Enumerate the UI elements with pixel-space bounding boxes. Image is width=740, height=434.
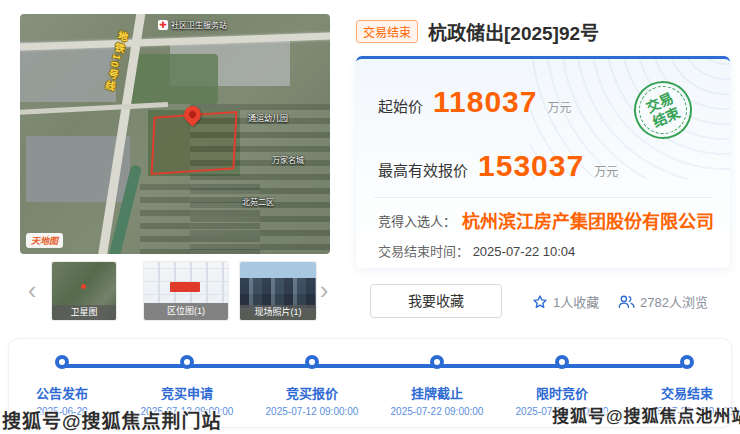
timeline-node [180,355,194,369]
viewers-icon [618,294,635,309]
page-title: 杭政储出[2025]92号 [428,18,599,45]
timeline-step-label: 交易结束 [627,383,740,402]
hospital-cross-icon: ✚ [158,20,168,30]
winner-label: 竞得入选人： [378,211,456,230]
high-price-row: 最高有效报价 153037 万元 [378,149,618,183]
listing-header: 交易结束 杭政储出[2025]92号 [356,18,599,45]
card-divider [374,197,712,198]
high-price-value: 153037 [478,149,584,183]
map-industrial-area [20,42,116,102]
timeline-step-label: 竞买报价 [252,383,372,402]
timeline-node [680,355,694,369]
favorite-button[interactable]: 我要收藏 [370,284,502,318]
image-gallery: ‹ 卫星图 区位图(1) 现场照片(1) › [8,260,342,324]
stamp-text: 交易 [644,90,676,116]
map-road [20,102,168,115]
watermark-right: 搜狐号@搜狐焦点池州站 [552,402,740,427]
gallery-prev-icon[interactable]: ‹ [22,274,42,308]
watermark-left: 搜狐号@搜狐焦点荆门站 [2,406,222,433]
stamp-text: 结束 [650,104,682,130]
timeline-step-date: 2025-07-12 09:00:00 [252,406,372,417]
hospital-label: 社区卫生服务站 [171,19,227,30]
gallery-next-icon[interactable]: › [314,274,334,308]
thumbnail-caption: 区位图(1) [144,303,228,320]
high-price-unit: 万元 [594,162,618,179]
auction-info-card: 起始价 118037 万元 交易 结束 最高有效报价 153037 万元 竞得入… [356,56,730,268]
map-label: 北苑二区 [242,196,274,207]
view-count: 2782人浏览 [640,292,708,311]
timeline-step-label: 公告发布 [2,383,122,402]
high-price-label: 最高有效报价 [378,159,468,180]
star-icon [532,294,548,310]
end-time-label: 交易结束时间： [378,244,469,259]
hospital-marker: ✚ 社区卫生服务站 [158,19,227,30]
start-price-value: 118037 [433,85,537,119]
favorite-count-group[interactable]: 1人收藏 [532,292,599,311]
timeline-step-date: 2025-07-22 09:00:00 [377,406,497,417]
timeline-node [55,355,69,369]
view-count-group: 2782人浏览 [618,292,708,311]
timeline-step-label: 竞买申请 [127,383,247,402]
thumbnail-caption: 卫星图 [52,305,116,320]
start-price-row: 起始价 118037 万元 [378,85,571,119]
action-row: 我要收藏 1人收藏 2782人浏览 [356,284,730,320]
timeline-node [430,355,444,369]
timeline-node [305,355,319,369]
thumbnail-buildings [240,278,316,308]
timeline-step-label: 限时竞价 [502,383,622,402]
end-time-row: 交易结束时间： 2025-07-22 10:04 [378,241,575,260]
thumbnail-site-photo[interactable]: 现场照片(1) [240,262,316,320]
page: 地铁10号线 ✚ 社区卫生服务站 通运幼儿园 万家名城 北苑二区 天地图 ‹ 卫… [0,0,740,434]
thumbnail-location-map[interactable]: 区位图(1) [144,262,228,320]
start-price-unit: 万元 [547,98,571,115]
thumbnail-satellite[interactable]: 卫星图 [52,262,116,320]
map-label: 万家名城 [272,154,304,165]
thumbnail-caption: 现场照片(1) [240,305,316,320]
status-badge: 交易结束 [356,20,418,43]
map-label: 通运幼儿园 [248,112,288,123]
satellite-map[interactable]: 地铁10号线 ✚ 社区卫生服务站 通运幼儿园 万家名城 北苑二区 天地图 [20,14,330,254]
map-residential-area [140,184,260,254]
timeline-step: 挂牌截止 2025-07-22 09:00:00 [377,383,497,417]
winner-name: 杭州滨江房产集团股份有限公司 [462,207,714,233]
timeline-step-label: 挂牌截止 [377,383,497,402]
map-green-area [128,54,218,104]
thumbnail-map-marker [170,282,200,292]
timeline-step: 竞买报价 2025-07-12 09:00:00 [252,383,372,417]
end-time-value: 2025-07-22 10:04 [473,244,576,259]
start-price-label: 起始价 [378,95,423,116]
winner-row: 竞得入选人： 杭州滨江房产集团股份有限公司 [378,207,714,233]
timeline-node [555,355,569,369]
timeline-line [58,364,683,368]
favorite-count: 1人收藏 [553,292,599,311]
tianditu-logo: 天地图 [26,233,63,248]
